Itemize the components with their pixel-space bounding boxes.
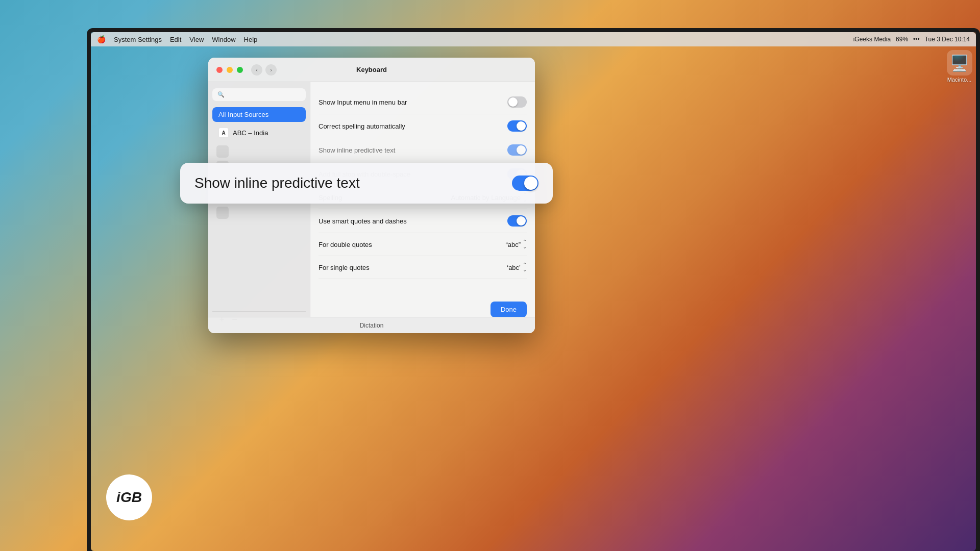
maximize-button[interactable] <box>237 67 243 73</box>
menu-bar-right: iGeeks Media 69% ••• Tue 3 Dec 10:14 <box>853 36 970 43</box>
correct-spelling-row: Correct spelling automatically <box>318 114 527 138</box>
sidebar-small-icon-1 <box>216 145 229 158</box>
double-quotes-row: For double quotes “abc” ⌃⌄ <box>318 233 527 256</box>
single-quotes-row: For single quotes ‘abc’ ⌃⌄ <box>318 256 527 279</box>
menu-help[interactable]: Help <box>244 36 258 43</box>
sidebar-small-icon-5 <box>216 207 229 219</box>
menu-bar-left: 🍎 System Settings Edit View Window Help <box>97 35 257 43</box>
smart-quotes-label: Use smart quotes and dashes <box>318 217 407 225</box>
macintosh-icon-label: Macinto... <box>943 77 976 83</box>
window-controls <box>216 67 243 73</box>
menu-window[interactable]: Window <box>212 36 235 43</box>
single-quotes-chevron-icon: ⌃⌄ <box>523 262 527 272</box>
smart-quotes-row: Use smart quotes and dashes <box>318 209 527 233</box>
abc-icon: A <box>218 128 229 138</box>
correct-spelling-toggle[interactable] <box>507 120 527 132</box>
correct-spelling-label: Correct spelling automatically <box>318 122 405 130</box>
callout-toggle[interactable] <box>512 176 538 191</box>
dictation-tab[interactable]: Dictation <box>360 322 384 329</box>
content-area: Show Input menu in menu bar Correct spel… <box>310 82 535 333</box>
menu-bar: 🍎 System Settings Edit View Window Help … <box>91 32 976 46</box>
double-quotes-label: For double quotes <box>318 241 372 248</box>
igb-logo: iGB <box>106 474 152 520</box>
window-titlebar: ‹ › Keyboard <box>208 58 535 82</box>
callout-text: Show inline predictive text <box>194 175 512 191</box>
macintosh-desktop-icon[interactable]: 🖥️ Macinto... <box>943 50 976 83</box>
done-button[interactable]: Done <box>491 302 527 317</box>
show-input-menu-row: Show Input menu in menu bar <box>318 90 527 114</box>
done-button-container: Done <box>318 291 527 317</box>
macintosh-icon-image: 🖥️ <box>947 50 972 76</box>
double-quotes-value: “abc” <box>505 241 521 248</box>
show-inline-predictive-label: Show inline predictive text <box>318 146 395 154</box>
single-quotes-dropdown[interactable]: ‘abc’ ⌃⌄ <box>507 262 527 272</box>
macbook-frame: 🍎 System Settings Edit View Window Help … <box>87 28 980 551</box>
show-input-menu-label: Show Input menu in menu bar <box>318 98 407 106</box>
menu-view[interactable]: View <box>189 36 204 43</box>
brand-name: iGeeks Media <box>853 36 891 43</box>
smart-quotes-toggle[interactable] <box>507 215 527 227</box>
apple-logo-icon[interactable]: 🍎 <box>97 35 106 43</box>
window-title: Keyboard <box>356 66 387 73</box>
bottom-tab-bar: Dictation <box>208 317 535 333</box>
menu-edit[interactable]: Edit <box>170 36 181 43</box>
search-icon: 🔍 <box>217 91 225 98</box>
window-nav: ‹ › <box>251 64 277 76</box>
close-button[interactable] <box>216 67 223 73</box>
sidebar-item-abc-india[interactable]: A ABC – India <box>212 124 306 141</box>
back-arrow-button[interactable]: ‹ <box>251 64 262 76</box>
wifi-icon: ••• <box>913 36 920 43</box>
single-quotes-label: For single quotes <box>318 264 370 271</box>
show-inline-predictive-row: Show inline predictive text <box>318 138 527 162</box>
double-quotes-dropdown[interactable]: “abc” ⌃⌄ <box>505 239 527 249</box>
sidebar-item-all-input-sources[interactable]: All Input Sources <box>212 107 306 122</box>
show-input-menu-toggle[interactable] <box>507 96 527 108</box>
sidebar: 🔍 All Input Sources A ABC – India <box>208 82 310 333</box>
window-body: 🔍 All Input Sources A ABC – India <box>208 82 535 333</box>
igb-logo-text: iGB <box>116 489 142 506</box>
show-inline-predictive-toggle[interactable] <box>507 144 527 156</box>
single-quotes-value: ‘abc’ <box>507 264 521 271</box>
app-name-menu[interactable]: System Settings <box>114 36 162 43</box>
datetime-display: Tue 3 Dec 10:14 <box>925 36 970 43</box>
macbook-screen: 🍎 System Settings Edit View Window Help … <box>91 32 976 551</box>
search-bar[interactable]: 🔍 <box>212 88 306 101</box>
minimize-button[interactable] <box>227 67 233 73</box>
battery-status: 69% <box>896 36 908 43</box>
abc-india-label: ABC – India <box>233 129 268 137</box>
double-quotes-chevron-icon: ⌃⌄ <box>523 239 527 249</box>
callout-box: Show inline predictive text <box>180 163 553 204</box>
forward-arrow-button[interactable]: › <box>265 64 277 76</box>
